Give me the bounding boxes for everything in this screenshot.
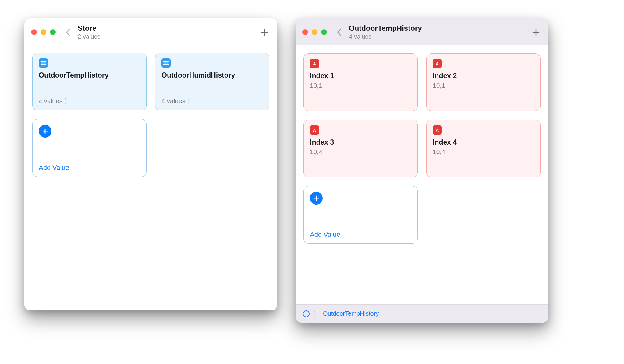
card-footer-label: 4 values — [39, 97, 62, 105]
card-title: Index 1 — [310, 72, 411, 80]
card-title: OutdoorTempHistory — [39, 71, 140, 79]
add-value-label: Add Value — [310, 231, 411, 239]
chevron-right-icon: 〉 — [187, 97, 193, 105]
add-circle-icon — [310, 192, 323, 205]
card-value: 10,4 — [310, 148, 411, 156]
value-card-index-2[interactable]: A Index 2 10,1 — [426, 53, 541, 111]
card-grid: OutdoorTempHistory 4 values 〉 OutdoorHum… — [32, 53, 269, 177]
card-value: 10,1 — [433, 82, 534, 89]
card-title: Index 4 — [433, 138, 534, 146]
card-value: 10,4 — [433, 148, 534, 156]
value-card-index-1[interactable]: A Index 1 10,1 — [303, 53, 418, 111]
add-button[interactable] — [259, 26, 271, 38]
fullscreen-window-button[interactable] — [50, 29, 56, 35]
card-footer-label: 4 values — [161, 97, 185, 105]
list-icon — [39, 58, 48, 68]
card-grid: A Index 1 10,1 A Index 2 10,1 A Index 3 … — [303, 53, 541, 244]
value-card-index-3[interactable]: A Index 3 10,4 — [303, 120, 418, 177]
breadcrumb-root-icon[interactable] — [303, 310, 310, 317]
chevron-right-icon: 〉 — [313, 310, 319, 318]
close-window-button[interactable] — [302, 29, 308, 35]
window-title: Store — [78, 24, 101, 33]
titlebar: Store 2 values — [24, 18, 277, 45]
card-footer: 4 values 〉 — [39, 97, 140, 105]
plus-icon — [313, 195, 320, 201]
card-title: Index 2 — [433, 72, 534, 80]
store-card-outdoor-humid-history[interactable]: OutdoorHumidHistory 4 values 〉 — [155, 53, 269, 110]
title-stack: Store 2 values — [78, 24, 101, 40]
store-card-outdoor-temp-history[interactable]: OutdoorTempHistory 4 values 〉 — [32, 53, 147, 110]
add-value-card[interactable]: Add Value — [303, 186, 418, 244]
store-window: Store 2 values OutdoorTempHistory 4 valu… — [24, 18, 277, 310]
type-badge-icon: A — [433, 125, 442, 135]
add-value-label: Add Value — [39, 164, 140, 172]
titlebar: OutdoorTempHistory 4 values — [296, 18, 548, 45]
window-subtitle: 4 values — [349, 33, 422, 40]
chevron-left-icon — [66, 28, 71, 36]
plus-icon — [42, 128, 48, 135]
add-circle-icon — [39, 125, 51, 138]
add-value-card[interactable]: Add Value — [32, 119, 147, 177]
list-icon — [161, 58, 171, 68]
close-window-button[interactable] — [31, 29, 37, 35]
window-title: OutdoorTempHistory — [349, 24, 422, 33]
window-subtitle: 2 values — [78, 33, 101, 40]
breadcrumb: 〉 OutdoorTempHistory — [296, 304, 548, 323]
traffic-lights — [302, 29, 327, 35]
chevron-right-icon: 〉 — [64, 97, 71, 105]
add-button[interactable] — [530, 26, 542, 38]
minimize-window-button[interactable] — [41, 29, 46, 35]
type-badge-icon: A — [433, 59, 442, 68]
plus-icon — [532, 28, 540, 36]
content-area: OutdoorTempHistory 4 values 〉 OutdoorHum… — [24, 45, 277, 310]
content-area: A Index 1 10,1 A Index 2 10,1 A Index 3 … — [296, 45, 548, 304]
plus-icon — [261, 28, 269, 36]
value-card-index-4[interactable]: A Index 4 10,4 — [426, 120, 541, 177]
back-button[interactable] — [334, 27, 345, 37]
history-window: OutdoorTempHistory 4 values A Index 1 10… — [296, 18, 548, 323]
card-title: Index 3 — [310, 138, 411, 146]
card-title: OutdoorHumidHistory — [161, 71, 263, 79]
minimize-window-button[interactable] — [312, 29, 317, 35]
type-badge-icon: A — [310, 59, 319, 68]
type-badge-icon: A — [310, 125, 319, 135]
back-button[interactable] — [63, 27, 73, 37]
traffic-lights — [31, 29, 56, 35]
chevron-left-icon — [337, 28, 342, 36]
card-footer: 4 values 〉 — [161, 97, 263, 105]
breadcrumb-current[interactable]: OutdoorTempHistory — [323, 310, 379, 317]
fullscreen-window-button[interactable] — [321, 29, 327, 35]
card-value: 10,1 — [310, 82, 411, 89]
title-stack: OutdoorTempHistory 4 values — [349, 24, 422, 40]
